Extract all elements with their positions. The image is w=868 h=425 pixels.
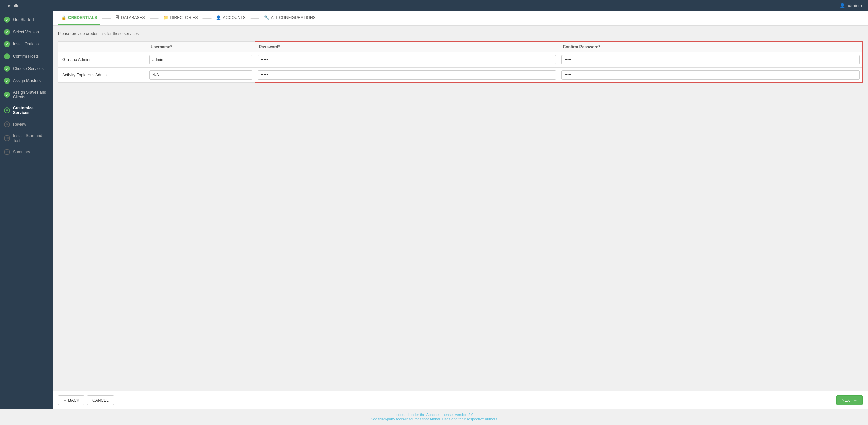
app-title: Installer [5, 3, 21, 8]
tab-separator-2: —— [149, 16, 160, 21]
next-button[interactable]: NEXT → [836, 395, 863, 405]
chevron-down-icon: ▾ [860, 3, 863, 8]
third-party-link[interactable]: See third-party tools/resources that Amb… [371, 417, 497, 421]
sidebar-item-choose-services[interactable]: ✓Choose Services [0, 62, 53, 75]
user-icon: 👤 [840, 3, 845, 8]
tab-icon-databases: 🗄 [115, 15, 119, 20]
user-label: admin [847, 3, 859, 8]
username-cell-1 [146, 68, 255, 82]
credentials-table: Username* Password* Confirm Password* Gr… [58, 41, 863, 83]
credentials-row-1: Activity Explorer's Admin [58, 68, 862, 82]
form-container: Please provide credentials for these ser… [53, 26, 868, 391]
sidebar-label-summary: Summary [13, 150, 30, 154]
sidebar-label-choose-services: Choose Services [13, 66, 44, 71]
service-name-1: Activity Explorer's Admin [58, 69, 146, 81]
sidebar-label-install-start-test: Install, Start and Test [13, 133, 48, 143]
footer: Licensed under the Apache License, Versi… [0, 409, 868, 425]
tab-databases[interactable]: 🗄DATABASES [112, 11, 148, 25]
tab-icon-directories: 📁 [163, 15, 169, 20]
tab-icon-credentials: 🔒 [61, 15, 66, 20]
confirm-password-input-0[interactable] [561, 55, 860, 64]
username-input-0[interactable] [149, 55, 252, 64]
username-cell-0 [146, 52, 255, 67]
sidebar-item-review[interactable]: 9Review [0, 118, 53, 130]
sidebar-item-install-start-test[interactable]: 10Install, Start and Test [0, 130, 53, 146]
password-input-1[interactable] [258, 70, 556, 80]
sidebar-item-assign-masters[interactable]: ✓Assign Masters [0, 75, 53, 87]
confirm-password-cell-1 [559, 68, 863, 82]
license-link[interactable]: Licensed under the Apache License, Versi… [394, 413, 475, 417]
col-header-confirm-password: Confirm Password* [559, 42, 863, 52]
sidebar-label-get-started: Get Started [13, 17, 34, 22]
content-area: 🔒CREDENTIALS——🗄DATABASES——📁DIRECTORIES——… [53, 11, 868, 409]
tab-label-directories: DIRECTORIES [170, 15, 198, 20]
sidebar-label-select-version: Select Version [13, 30, 39, 34]
sidebar-item-get-started[interactable]: ✓Get Started [0, 14, 53, 26]
sidebar-item-customize-services[interactable]: 8Customize Services [0, 103, 53, 118]
sidebar-label-customize-services: Customize Services [13, 106, 48, 115]
tab-directories[interactable]: 📁DIRECTORIES [160, 11, 201, 25]
tab-all-configurations[interactable]: 🔧ALL CONFIGURATIONS [261, 11, 319, 25]
tab-label-databases: DATABASES [121, 15, 145, 20]
tab-icon-accounts: 👤 [216, 15, 221, 20]
sidebar-label-assign-slaves: Assign Slaves and Clients [13, 90, 48, 99]
password-cell-1 [255, 68, 559, 82]
tab-icon-all-configurations: 🔧 [264, 15, 269, 20]
tab-label-all-configurations: ALL CONFIGURATIONS [271, 15, 316, 20]
sidebar-label-install-options: Install Options [13, 42, 39, 47]
username-input-1[interactable] [149, 70, 252, 80]
tab-separator-4: —— [249, 16, 261, 21]
col-header-service [58, 42, 146, 52]
credentials-row-0: Grafana Admin [58, 52, 862, 68]
col-header-username: Username* [146, 42, 255, 52]
tab-separator-3: —— [201, 16, 213, 21]
sidebar-item-install-options[interactable]: ✓Install Options [0, 38, 53, 50]
topbar: Installer 👤 admin ▾ [0, 0, 868, 11]
sidebar-item-summary[interactable]: 11Summary [0, 146, 53, 158]
password-cell-0 [255, 52, 559, 67]
sidebar-item-select-version[interactable]: ✓Select Version [0, 26, 53, 38]
sidebar-label-assign-masters: Assign Masters [13, 78, 41, 83]
tab-credentials[interactable]: 🔒CREDENTIALS [58, 11, 100, 25]
tabs-bar: 🔒CREDENTIALS——🗄DATABASES——📁DIRECTORIES——… [53, 11, 868, 26]
tab-label-credentials: CREDENTIALS [68, 15, 97, 20]
sidebar-label-confirm-hosts: Confirm Hosts [13, 54, 39, 59]
tab-label-accounts: ACCOUNTS [223, 15, 245, 20]
service-name-0: Grafana Admin [58, 53, 146, 66]
sidebar: ✓Get Started✓Select Version✓Install Opti… [0, 11, 53, 409]
credentials-header: Username* Password* Confirm Password* [58, 42, 862, 52]
main-layout: ✓Get Started✓Select Version✓Install Opti… [0, 11, 868, 409]
cancel-button[interactable]: CANCEL [87, 395, 114, 405]
user-menu[interactable]: 👤 admin ▾ [840, 3, 863, 8]
back-button[interactable]: ← BACK [58, 395, 84, 405]
confirm-password-input-1[interactable] [561, 70, 860, 80]
form-description: Please provide credentials for these ser… [58, 31, 863, 36]
sidebar-item-assign-slaves[interactable]: ✓Assign Slaves and Clients [0, 87, 53, 103]
sidebar-label-review: Review [13, 122, 26, 127]
col-header-password: Password* [255, 42, 559, 52]
password-input-0[interactable] [258, 55, 556, 64]
sidebar-item-confirm-hosts[interactable]: ✓Confirm Hosts [0, 50, 53, 62]
bottom-left-buttons: ← BACK CANCEL [58, 395, 114, 405]
confirm-password-cell-0 [559, 52, 863, 67]
bottom-bar: ← BACK CANCEL NEXT → [53, 391, 868, 409]
tab-separator-1: —— [100, 16, 112, 21]
tab-accounts[interactable]: 👤ACCOUNTS [213, 11, 249, 25]
